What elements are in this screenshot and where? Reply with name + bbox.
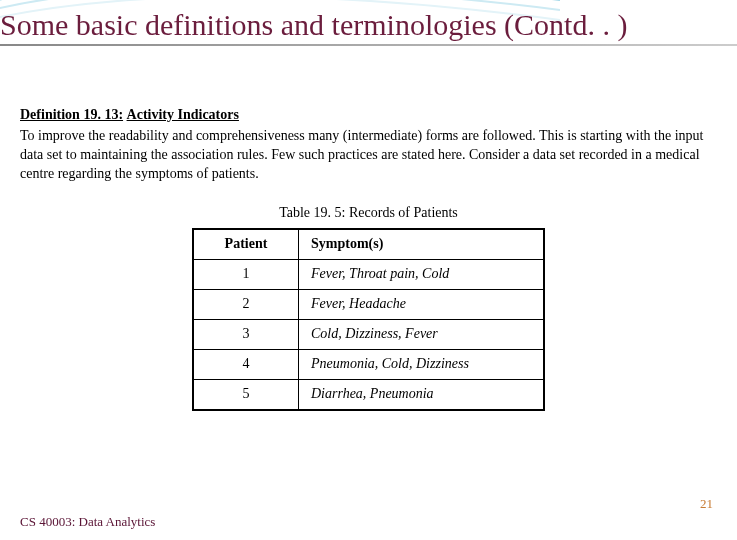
- title-underline: [0, 44, 737, 46]
- table-row: 1 Fever, Throat pain, Cold: [193, 260, 544, 290]
- definition-heading: Definition 19. 13: Activity Indicators: [20, 106, 717, 125]
- cell-symptoms: Cold, Dizziness, Fever: [299, 320, 545, 350]
- footer-course-code: CS 40003: Data Analytics: [20, 514, 155, 530]
- cell-symptoms: Pneumonia, Cold, Dizziness: [299, 350, 545, 380]
- table-row: 4 Pneumonia, Cold, Dizziness: [193, 350, 544, 380]
- col-header-symptoms: Symptom(s): [299, 229, 545, 259]
- table-header-row: Patient Symptom(s): [193, 229, 544, 259]
- cell-symptoms: Fever, Headache: [299, 290, 545, 320]
- slide-number: 21: [700, 496, 713, 512]
- records-table: Patient Symptom(s) 1 Fever, Throat pain,…: [192, 228, 545, 410]
- cell-symptoms: Diarrhea, Pneumonia: [299, 379, 545, 409]
- table-row: 5 Diarrhea, Pneumonia: [193, 379, 544, 409]
- definition-number: Definition 19. 13:: [20, 107, 123, 122]
- definition-name: Activity Indicators: [127, 107, 239, 122]
- table-row: 3 Cold, Dizziness, Fever: [193, 320, 544, 350]
- slide-title: Some basic definitions and terminologies…: [0, 0, 737, 44]
- cell-patient: 5: [193, 379, 299, 409]
- cell-patient: 4: [193, 350, 299, 380]
- body-content: Definition 19. 13: Activity Indicators T…: [0, 106, 737, 411]
- cell-symptoms: Fever, Throat pain, Cold: [299, 260, 545, 290]
- col-header-patient: Patient: [193, 229, 299, 259]
- table-row: 2 Fever, Headache: [193, 290, 544, 320]
- table-caption: Table 19. 5: Records of Patients: [20, 204, 717, 223]
- cell-patient: 1: [193, 260, 299, 290]
- definition-text: To improve the readability and comprehen…: [20, 127, 717, 184]
- cell-patient: 2: [193, 290, 299, 320]
- cell-patient: 3: [193, 320, 299, 350]
